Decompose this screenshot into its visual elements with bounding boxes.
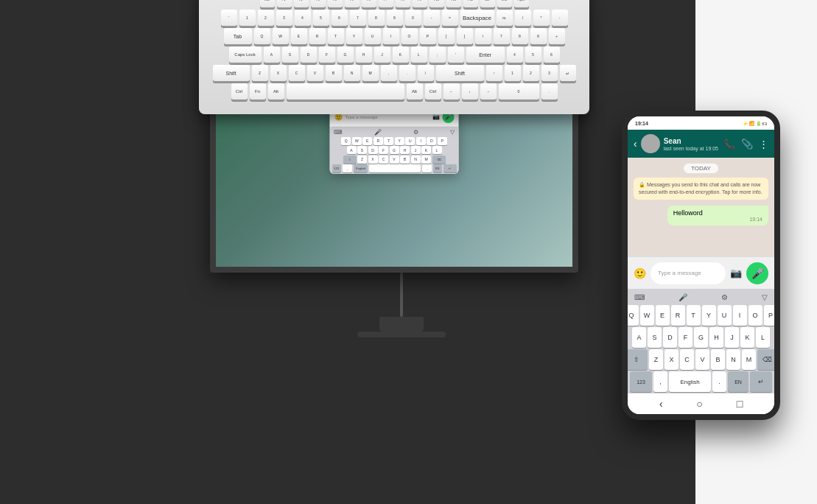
phone-key-j[interactable]: J [725,327,739,348]
key-s[interactable]: S [357,146,367,154]
key-f12[interactable]: F12 [463,0,478,7]
key-f6[interactable]: F6 [362,0,376,7]
key-down[interactable]: ↓ [462,83,478,99]
key-y-phys[interactable]: Y [346,28,362,44]
key-t-phys[interactable]: T [328,28,344,44]
key-v[interactable]: V [390,155,399,164]
key-alt-right[interactable]: Alt [407,83,423,99]
key-backspace[interactable]: Backspace [460,10,494,26]
phone-kb-mic-icon[interactable]: 🎤 [676,292,690,303]
kb-mic-icon[interactable]: 🎤 [374,129,382,136]
key-num0[interactable]: 0 [499,83,539,99]
key-tilde[interactable]: ` [221,10,237,26]
key-f5[interactable]: F5 [345,0,360,7]
key-p-phys[interactable]: P [420,28,436,44]
key-numadd[interactable]: + [549,28,565,44]
key-ctrl-right[interactable]: Ctrl [425,83,441,99]
key-6[interactable]: 6 [332,10,348,26]
key-i-phys[interactable]: I [383,28,399,44]
key-s-phys[interactable]: S [282,46,298,63]
key-fn[interactable]: Fn [250,83,266,99]
key-5[interactable]: 5 [313,10,329,26]
key-f9[interactable]: F9 [413,0,427,7]
key-f2[interactable]: F2 [294,0,309,7]
phone-key-h[interactable]: H [709,327,723,348]
key-3[interactable]: 3 [276,10,292,26]
key-1[interactable]: 1 [239,10,256,26]
phone-key-o[interactable]: O [748,305,762,326]
phone-key-r[interactable]: R [671,305,685,326]
key-123[interactable]: 123 [332,164,342,172]
key-p[interactable]: P [438,137,447,145]
key-2[interactable]: 2 [258,10,274,26]
key-f[interactable]: F [379,146,388,154]
phone-key-p[interactable]: P [764,305,775,326]
emoji-icon[interactable]: 🙂 [334,113,343,121]
key-z-phys[interactable]: Z [252,65,268,81]
key-numsub[interactable]: - [552,10,568,26]
key-tab[interactable]: Tab [224,28,252,44]
key-num8[interactable]: 8 [512,28,528,44]
key-nummul[interactable]: * [533,10,550,26]
nav-home-icon[interactable]: ○ [696,398,702,410]
key-pgdn[interactable]: PgDn [514,0,529,7]
key-up[interactable]: ↑ [486,65,502,81]
phone-key-shift[interactable]: ⇧ [628,349,648,370]
phone-key-return[interactable]: ↵ [750,371,772,392]
key-h[interactable]: H [400,146,410,154]
key-f8[interactable]: F8 [396,0,410,7]
key-language[interactable]: English [354,164,368,172]
nav-recents-icon[interactable]: □ [737,398,743,410]
phone-camera-icon[interactable]: 📷 [730,267,742,279]
key-4[interactable]: 4 [295,10,311,26]
key-0[interactable]: 0 [405,10,421,26]
key-z[interactable]: Z [357,155,367,164]
phone-key-m[interactable]: M [742,349,756,370]
phone-key-a[interactable]: A [632,327,646,348]
key-r[interactable]: R [374,137,383,145]
key-right[interactable]: → [480,83,497,99]
phone-key-d[interactable]: D [663,327,677,348]
key-a-phys[interactable]: A [264,46,280,63]
key-alt-left[interactable]: Alt [268,83,284,99]
key-o[interactable]: O [427,137,436,145]
key-a[interactable]: A [347,146,357,154]
phone-message-input[interactable]: Type a message [651,262,726,284]
key-b[interactable]: B [400,155,410,164]
key-num6[interactable]: 6 [544,46,560,63]
kb-emoji-icon[interactable]: ⌨ [334,129,343,136]
key-u-phys[interactable]: U [365,28,381,44]
key-l[interactable]: L [432,146,442,154]
key-f4[interactable]: F4 [328,0,343,7]
key-semicolon[interactable]: ; [429,46,446,63]
key-x[interactable]: X [368,155,378,164]
kb-settings-icon[interactable]: ⚙ [413,129,418,136]
key-f-phys[interactable]: F [319,46,335,63]
key-w-phys[interactable]: W [273,28,289,44]
key-m[interactable]: M [421,155,431,164]
message-input[interactable]: Type a message [346,115,429,119]
key-q-phys[interactable]: Q [254,28,270,44]
key-j-phys[interactable]: J [374,46,390,63]
key-period[interactable]: . [422,164,432,172]
key-numdot[interactable]: . [541,83,558,99]
key-rbracket[interactable]: ] [457,28,473,44]
phone-kb-emoji-icon[interactable]: ⌨ [631,292,648,303]
key-shift-right[interactable]: Shift [436,65,484,81]
key-period-phys[interactable]: . [399,65,415,81]
key-u[interactable]: U [405,137,415,145]
phone-key-123[interactable]: 123 [630,371,652,392]
key-comma-phys[interactable]: , [381,65,397,81]
key-slash-phys[interactable]: / [418,65,434,81]
phone-key-w[interactable]: W [640,305,654,326]
key-comma[interactable]: , [343,164,352,172]
key-ctrl-left[interactable]: Ctrl [231,83,248,99]
key-num1[interactable]: 1 [505,65,521,81]
key-f1[interactable]: F1 [277,0,292,7]
key-n[interactable]: N [411,155,421,164]
key-8[interactable]: 8 [368,10,385,26]
key-k-phys[interactable]: K [393,46,409,63]
key-quote[interactable]: ' [448,46,464,63]
key-o-phys[interactable]: O [402,28,418,44]
phone-mic-button[interactable]: 🎤 [746,262,768,284]
